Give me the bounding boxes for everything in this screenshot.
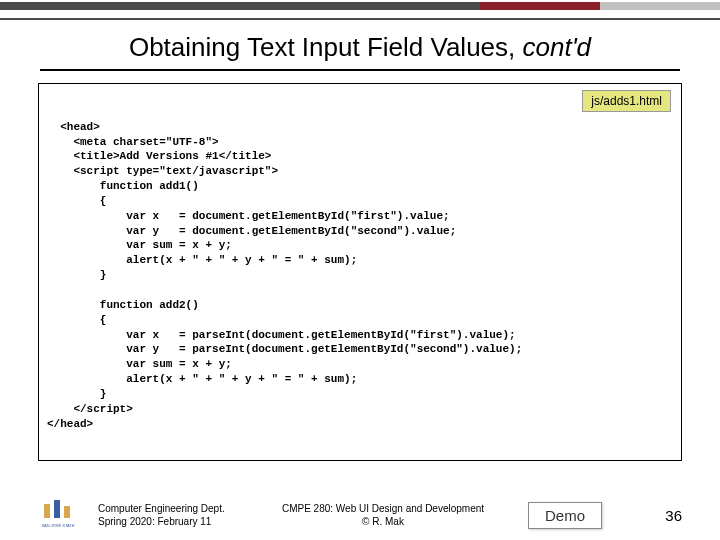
file-label: js/adds1.html	[582, 90, 671, 112]
svg-rect-1	[54, 500, 60, 518]
page-number: 36	[665, 507, 682, 524]
title-underline	[40, 69, 680, 71]
sjsu-logo-icon: SAN JOSÉ STATE	[38, 500, 78, 530]
svg-text:SAN JOSÉ STATE: SAN JOSÉ STATE	[41, 523, 75, 528]
course-line2: © R. Mak	[268, 515, 498, 528]
dept-line2: Spring 2020: February 11	[98, 515, 268, 528]
title-text: Obtaining Text Input Field Values,	[129, 32, 523, 62]
footer-dept: Computer Engineering Dept. Spring 2020: …	[98, 502, 268, 528]
demo-button[interactable]: Demo	[528, 502, 602, 529]
slide-footer: SAN JOSÉ STATE Computer Engineering Dept…	[0, 500, 720, 530]
slide-title: Obtaining Text Input Field Values, cont'…	[0, 32, 720, 63]
code-block: js/adds1.html <head> <meta charset="UTF-…	[38, 83, 682, 461]
title-italic: cont'd	[523, 32, 592, 62]
svg-rect-2	[64, 506, 70, 518]
svg-rect-0	[44, 504, 50, 518]
footer-course: CMPE 280: Web UI Design and Development …	[268, 502, 498, 528]
decorative-top-bar	[0, 0, 720, 20]
code-content: <head> <meta charset="UTF-8"> <title>Add…	[47, 121, 522, 430]
dept-line1: Computer Engineering Dept.	[98, 502, 268, 515]
course-line1: CMPE 280: Web UI Design and Development	[268, 502, 498, 515]
